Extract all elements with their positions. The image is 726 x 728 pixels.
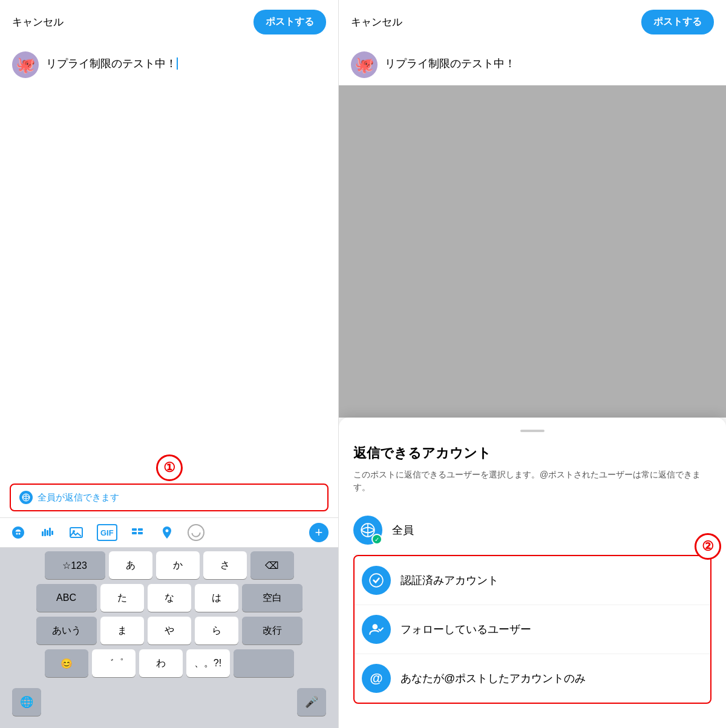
svg-rect-9 bbox=[132, 528, 137, 531]
check-badge: ✓ bbox=[371, 534, 382, 545]
voice-icon[interactable] bbox=[39, 524, 56, 541]
compose-toolbar: GIF + bbox=[0, 517, 338, 548]
svg-rect-11 bbox=[132, 532, 137, 534]
verified-label: 認証済みアカウント bbox=[401, 573, 499, 588]
key-emoji[interactable]: 😊 bbox=[45, 649, 88, 677]
emoji-icon[interactable] bbox=[10, 524, 27, 541]
keyboard-row-1: ☆123 あ か さ ⌫ bbox=[2, 551, 336, 579]
key-ra[interactable]: ら bbox=[195, 617, 238, 644]
sheet-handle bbox=[520, 430, 544, 432]
text-cursor bbox=[177, 57, 178, 70]
reply-restriction-wrapper: ① 全員が返信できます bbox=[0, 484, 338, 517]
svg-point-17 bbox=[373, 624, 378, 629]
location-icon[interactable] bbox=[159, 524, 175, 541]
options-box: 認証済みアカウント フォローしているユーザー @ bbox=[353, 555, 711, 704]
svg-rect-6 bbox=[51, 531, 53, 535]
reply-restriction-text: 全員が返信できます bbox=[38, 492, 119, 503]
right-gray-area bbox=[339, 85, 726, 418]
left-cancel-button[interactable]: キャンセル bbox=[12, 15, 64, 29]
keyboard: ☆123 あ か さ ⌫ ABC た な は 空白 あいう ま や ら 改行 😊… bbox=[0, 548, 338, 728]
loading-icon bbox=[188, 524, 204, 541]
right-header: キャンセル ポストする bbox=[339, 0, 726, 44]
keyboard-fn-row: 🌐 🎤 bbox=[2, 682, 336, 716]
left-header: キャンセル ポストする bbox=[0, 0, 338, 44]
keyboard-row-4: 😊 ゛゜ わ 、。?! bbox=[2, 649, 336, 677]
right-post-button[interactable]: ポストする bbox=[641, 10, 714, 34]
key-ma[interactable]: ま bbox=[100, 617, 144, 644]
key-sa[interactable]: さ bbox=[203, 551, 247, 579]
key-ka[interactable]: か bbox=[156, 551, 200, 579]
left-compose-area: 🐙 リプライ制限のテスト中！ bbox=[0, 44, 338, 85]
key-a[interactable]: あ bbox=[109, 551, 152, 579]
svg-rect-12 bbox=[138, 532, 143, 534]
reply-restriction-bar[interactable]: 全員が返信できます bbox=[10, 484, 329, 511]
right-avatar: 🐙 bbox=[351, 51, 378, 78]
reply-option-everyone[interactable]: ✓ 全員 bbox=[353, 506, 711, 555]
key-globe[interactable]: 🌐 bbox=[12, 688, 41, 716]
following-label: フォローしているユーザー bbox=[401, 622, 531, 637]
key-dakuten[interactable]: ゛゜ bbox=[92, 649, 136, 677]
key-ha[interactable]: は bbox=[195, 584, 238, 612]
key-ta[interactable]: た bbox=[100, 584, 144, 612]
key-aiueo[interactable]: あいう bbox=[36, 617, 97, 644]
reply-option-mentioned[interactable]: @ あなたが@ポストしたアカウントのみ bbox=[355, 654, 710, 703]
right-compose-area: 🐙 リプライ制限のテスト中！ bbox=[339, 44, 726, 85]
gif-icon[interactable]: GIF bbox=[97, 524, 117, 541]
everyone-label: 全員 bbox=[392, 523, 414, 537]
svg-rect-5 bbox=[49, 528, 51, 536]
key-ya[interactable]: や bbox=[148, 617, 191, 644]
key-return[interactable]: 改行 bbox=[242, 617, 302, 644]
right-compose-text: リプライ制限のテスト中！ bbox=[385, 51, 714, 71]
left-compose-text[interactable]: リプライ制限のテスト中！ bbox=[46, 51, 326, 71]
everyone-icon: ✓ bbox=[353, 516, 382, 545]
restricted-options-container: ② 認証済みアカウント bbox=[353, 555, 711, 704]
reply-settings-sheet: 返信できるアカウント このポストに返信できるユーザーを選択します。@ポストされた… bbox=[339, 418, 726, 728]
left-avatar: 🐙 bbox=[12, 51, 39, 78]
svg-point-13 bbox=[192, 528, 200, 536]
left-post-button[interactable]: ポストする bbox=[253, 10, 326, 34]
key-abc[interactable]: ABC bbox=[36, 584, 97, 612]
reply-restriction-icon bbox=[19, 491, 33, 504]
step1-badge: ① bbox=[156, 454, 183, 481]
sheet-description: このポストに返信できるユーザーを選択します。@ポストされたユーザーは常に返信でき… bbox=[353, 468, 711, 494]
key-mic[interactable]: 🎤 bbox=[297, 688, 326, 716]
key-delete[interactable]: ⌫ bbox=[250, 551, 294, 579]
list-icon[interactable] bbox=[129, 524, 146, 541]
svg-rect-2 bbox=[42, 531, 44, 536]
left-panel: キャンセル ポストする 🐙 リプライ制限のテスト中！ ① 全員が返信できます bbox=[0, 0, 339, 728]
key-wa[interactable]: わ bbox=[139, 649, 183, 677]
keyboard-row-3: あいう ま や ら 改行 bbox=[2, 617, 336, 644]
svg-rect-4 bbox=[47, 530, 48, 536]
key-punctuation[interactable]: 、。?! bbox=[186, 649, 230, 677]
key-123[interactable]: ☆123 bbox=[45, 551, 105, 579]
reply-option-verified[interactable]: 認証済みアカウント bbox=[355, 556, 710, 605]
mentioned-icon: @ bbox=[362, 664, 391, 693]
key-empty-gray bbox=[234, 649, 294, 677]
left-spacer bbox=[0, 85, 338, 484]
key-space[interactable]: 空白 bbox=[242, 584, 302, 612]
reply-option-following[interactable]: フォローしているユーザー bbox=[355, 605, 710, 654]
following-icon bbox=[362, 615, 391, 644]
svg-rect-10 bbox=[138, 528, 143, 531]
image-icon[interactable] bbox=[68, 524, 85, 541]
keyboard-row-2: ABC た な は 空白 bbox=[2, 584, 336, 612]
svg-rect-3 bbox=[44, 529, 46, 536]
right-panel: キャンセル ポストする 🐙 リプライ制限のテスト中！ 返信できるアカウント この… bbox=[339, 0, 726, 728]
verified-icon bbox=[362, 566, 391, 595]
right-cancel-button[interactable]: キャンセル bbox=[351, 15, 402, 29]
step2-badge: ② bbox=[695, 533, 721, 560]
add-content-button[interactable]: + bbox=[309, 523, 329, 542]
sheet-title: 返信できるアカウント bbox=[353, 444, 711, 462]
key-na[interactable]: な bbox=[148, 584, 191, 612]
mentioned-label: あなたが@ポストしたアカウントのみ bbox=[401, 671, 586, 686]
